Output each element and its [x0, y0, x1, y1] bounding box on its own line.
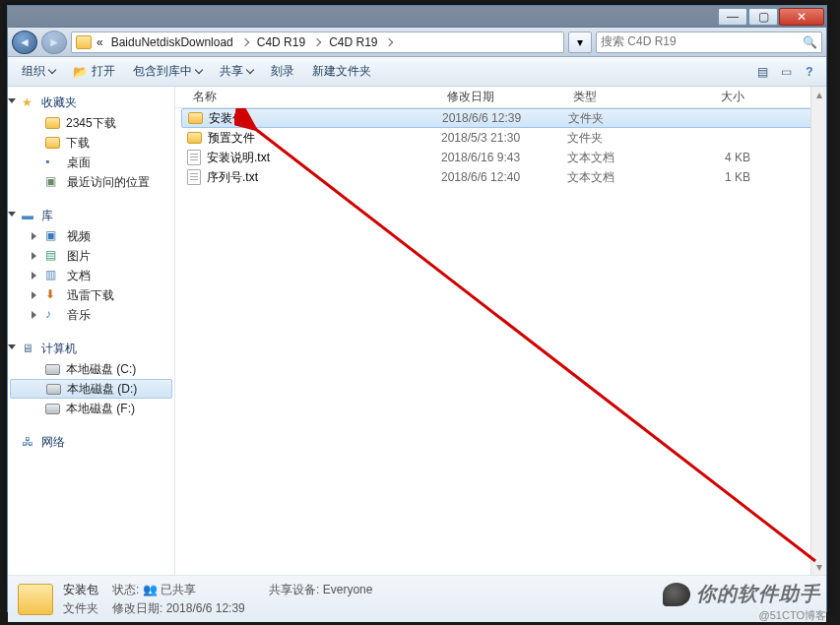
- forward-button[interactable]: ►: [41, 31, 67, 54]
- nav-libraries: ▬库 ▣视频 ▤图片 ▥文档 ⬇迅雷下载 ♪音乐: [8, 206, 174, 325]
- organize-button[interactable]: 组织: [14, 60, 63, 83]
- file-row[interactable]: 安装包 2018/6/6 12:39 文件夹: [181, 108, 822, 128]
- nav-item-drive-d[interactable]: 本地磁盘 (D:): [10, 379, 172, 399]
- expand-icon[interactable]: [32, 291, 36, 299]
- nav-network: 🖧网络: [8, 432, 174, 453]
- file-row[interactable]: 序列号.txt 2018/6/6 12:40 文本文档 1 KB: [175, 167, 826, 187]
- close-button[interactable]: ✕: [779, 8, 824, 26]
- breadcrumb-overflow[interactable]: «: [94, 35, 106, 49]
- nav-item-desktop[interactable]: ▪桌面: [8, 153, 174, 172]
- watermark: 你的软件助手: [663, 581, 820, 607]
- body: ★收藏夹 2345下载 下载 ▪桌面 ▣最近访问的位置 ▬库 ▣视频 ▤图片 ▥…: [8, 87, 826, 575]
- search-icon[interactable]: 🔍: [803, 35, 817, 49]
- file-row[interactable]: 预置文件 2018/5/3 21:30 文件夹: [175, 128, 826, 148]
- nav-network-header[interactable]: 🖧网络: [8, 432, 174, 453]
- expand-icon[interactable]: [8, 344, 16, 353]
- nav-item-drive-c[interactable]: 本地磁盘 (C:): [8, 359, 174, 379]
- burn-button[interactable]: 刻录: [263, 60, 302, 83]
- drive-icon: [45, 404, 60, 414]
- help-button[interactable]: ?: [799, 61, 820, 83]
- titlebar[interactable]: — ▢ ✕: [8, 6, 826, 28]
- breadcrumb-item[interactable]: BaiduNetdiskDownload: [108, 35, 236, 49]
- file-list-pane: 名称 修改日期 类型 大小 安装包 2018/6/6 12:39 文件夹 预置文…: [175, 87, 826, 575]
- titlebar-inactive-overlay: [8, 6, 826, 28]
- scrollbar[interactable]: ▴ ▾: [810, 87, 826, 575]
- chevron-down-icon: [195, 66, 203, 74]
- refresh-button[interactable]: ▾: [568, 31, 592, 53]
- recent-icon: ▣: [45, 174, 61, 190]
- chevron-right-icon[interactable]: [385, 37, 393, 45]
- expand-icon[interactable]: [32, 272, 36, 280]
- view-button[interactable]: ▤: [751, 61, 773, 83]
- nav-item-video[interactable]: ▣视频: [8, 226, 174, 246]
- nav-item-drive-f[interactable]: 本地磁盘 (F:): [8, 399, 174, 418]
- file-name: 预置文件: [208, 130, 255, 147]
- file-name: 安装说明.txt: [207, 150, 270, 166]
- expand-icon[interactable]: [8, 212, 16, 220]
- music-icon: ♪: [45, 307, 61, 323]
- open-button[interactable]: 📂打开: [65, 60, 123, 83]
- expand-icon[interactable]: [32, 252, 36, 260]
- down-icon: ▾: [577, 35, 583, 49]
- scroll-down-icon[interactable]: ▾: [811, 559, 827, 575]
- file-size: 1 KB: [681, 170, 750, 184]
- nav-favorites: ★收藏夹 2345下载 下载 ▪桌面 ▣最近访问的位置: [8, 93, 174, 192]
- thunder-icon: ⬇: [45, 287, 61, 303]
- file-type: 文本文档: [567, 169, 681, 186]
- star-icon: ★: [22, 95, 37, 111]
- nav-computer-header[interactable]: 🖥计算机: [8, 339, 174, 359]
- desktop-icon: ▪: [45, 155, 61, 170]
- nav-favorites-header[interactable]: ★收藏夹: [8, 93, 174, 113]
- column-type[interactable]: 类型: [567, 89, 681, 105]
- file-row[interactable]: 安装说明.txt 2018/6/16 9:43 文本文档 4 KB: [175, 148, 826, 167]
- expand-icon[interactable]: [32, 232, 36, 240]
- breadcrumb-item[interactable]: C4D R19: [254, 35, 308, 49]
- chevron-down-icon: [246, 66, 254, 74]
- scroll-up-icon[interactable]: ▴: [811, 87, 826, 102]
- folder-icon: [45, 117, 60, 129]
- file-date: 2018/6/6 12:40: [441, 170, 567, 184]
- new-folder-button[interactable]: 新建文件夹: [304, 60, 379, 83]
- file-size: 4 KB: [681, 151, 750, 164]
- column-date[interactable]: 修改日期: [441, 89, 567, 105]
- navigation-pane[interactable]: ★收藏夹 2345下载 下载 ▪桌面 ▣最近访问的位置 ▬库 ▣视频 ▤图片 ▥…: [8, 87, 175, 575]
- file-date: 2018/5/3 21:30: [441, 131, 567, 145]
- minimize-button[interactable]: —: [718, 8, 747, 26]
- folder-icon: [45, 137, 60, 149]
- file-name: 安装包: [209, 110, 244, 127]
- nav-item-downloads[interactable]: 下载: [8, 133, 174, 153]
- maximize-button[interactable]: ▢: [748, 8, 778, 26]
- file-date: 2018/6/16 9:43: [441, 151, 567, 164]
- chevron-right-icon[interactable]: [313, 37, 321, 45]
- nav-item-documents[interactable]: ▥文档: [8, 266, 174, 285]
- nav-item-pictures[interactable]: ▤图片: [8, 246, 174, 266]
- breadcrumb-item[interactable]: C4D R19: [326, 35, 380, 49]
- share-button[interactable]: 共享: [212, 60, 261, 83]
- back-button[interactable]: ◄: [12, 31, 37, 54]
- expand-icon[interactable]: [32, 311, 36, 319]
- breadcrumb[interactable]: « BaiduNetdiskDownload C4D R19 C4D R19: [71, 31, 564, 53]
- file-rows[interactable]: 安装包 2018/6/6 12:39 文件夹 预置文件 2018/5/3 21:…: [175, 108, 826, 575]
- details-thumbnail-icon: [18, 584, 53, 615]
- search-input[interactable]: 搜索 C4D R19 🔍: [596, 31, 822, 53]
- watermark-text: 你的软件助手: [696, 581, 820, 607]
- expand-icon[interactable]: [8, 98, 16, 107]
- nav-item-thunder[interactable]: ⬇迅雷下载: [8, 285, 174, 305]
- nav-item-2345[interactable]: 2345下载: [8, 113, 174, 133]
- file-date: 2018/6/6 12:39: [442, 111, 568, 125]
- preview-pane-button[interactable]: ▭: [775, 61, 797, 83]
- include-in-library-button[interactable]: 包含到库中: [125, 60, 210, 83]
- nav-computer: 🖥计算机 本地磁盘 (C:) 本地磁盘 (D:) 本地磁盘 (F:): [8, 339, 174, 418]
- toolbar: 组织 📂打开 包含到库中 共享 刻录 新建文件夹 ▤ ▭ ?: [8, 57, 826, 87]
- column-size[interactable]: 大小: [681, 89, 750, 105]
- drive-icon: [46, 384, 61, 395]
- file-type: 文件夹: [567, 130, 681, 147]
- search-placeholder: 搜索 C4D R19: [601, 33, 677, 50]
- nav-item-recent[interactable]: ▣最近访问的位置: [8, 172, 174, 192]
- nav-item-music[interactable]: ♪音乐: [8, 305, 174, 325]
- details-text: 安装包 状态: 👥 已共享 共享设备: Everyone 文件夹 修改日期: 2…: [63, 582, 372, 617]
- column-name[interactable]: 名称: [187, 89, 441, 105]
- address-bar: ◄ ► « BaiduNetdiskDownload C4D R19 C4D R…: [8, 28, 826, 57]
- nav-libraries-header[interactable]: ▬库: [8, 206, 174, 226]
- chevron-right-icon[interactable]: [241, 37, 249, 45]
